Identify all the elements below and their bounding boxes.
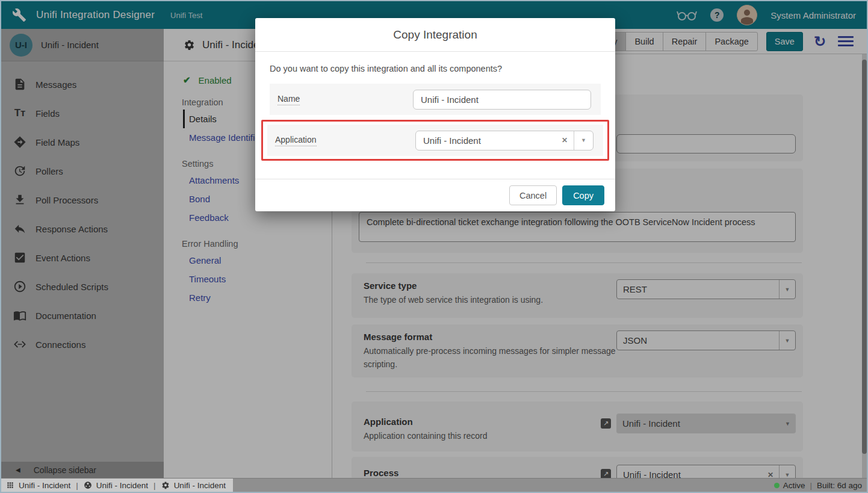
status-bar-tabs: Unifi - Incident | Unifi - Incident | Un… [1,479,233,492]
status-tab-integration[interactable]: Unifi - Incident [19,481,70,490]
copy-integration-modal: Copy Integration Do you want to copy thi… [255,18,615,211]
status-tab-process[interactable]: Unifi - Incident [96,481,148,490]
build-status: Active | Built: 6d ago [774,481,867,490]
chevron-down-icon[interactable]: ▼ [574,131,593,150]
modal-application-select[interactable]: Unifi - Incident ✕ ▼ [415,131,594,150]
cancel-button[interactable]: Cancel [509,185,557,205]
modal-application-row: Application Unifi - Incident ✕ ▼ [267,125,603,156]
modal-application-label: Application [275,135,317,146]
modal-name-input[interactable] [413,90,591,110]
highlight-annotation-box: Application Unifi - Incident ✕ ▼ [261,120,609,161]
status-tab-settings[interactable]: Unifi - Incident [174,481,226,490]
status-bar: Unifi - Incident | Unifi - Incident | Un… [1,478,867,492]
process-circle-icon [84,481,92,489]
unifi-integration-designer-window: Unifi Integration Designer Unifi Test ? … [0,0,868,493]
modal-copy-button[interactable]: Copy [562,185,604,205]
modal-name-label: Name [277,94,300,105]
gear-icon [161,481,170,489]
modal-footer: Cancel Copy [255,179,615,211]
clear-icon[interactable]: ✕ [556,136,574,144]
built-label: Built: 6d ago [817,481,862,490]
modal-question: Do you want to copy this integration and… [270,64,601,73]
active-status-dot [774,483,780,488]
modal-name-row: Name [270,84,601,115]
apps-grid-icon [6,481,14,489]
active-label: Active [783,481,805,490]
modal-title: Copy Integration [255,18,615,52]
